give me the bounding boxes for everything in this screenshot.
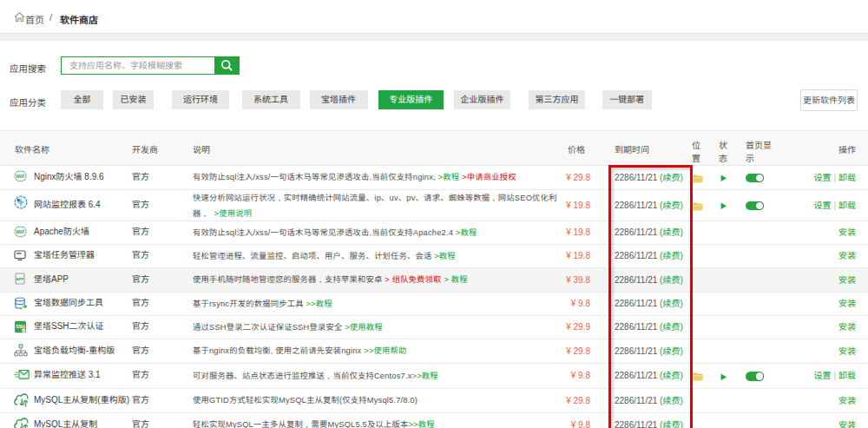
- svg-text:WAF: WAF: [16, 174, 24, 179]
- svg-text:WAF: WAF: [16, 230, 24, 234]
- svg-text:SSH: SSH: [16, 323, 25, 328]
- svg-text:APP: APP: [16, 277, 23, 281]
